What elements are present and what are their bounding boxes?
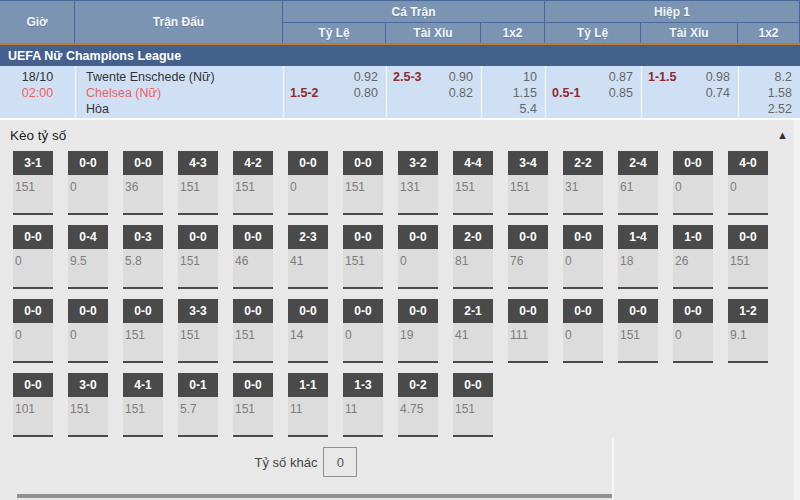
- score-grid: 3-11510-000-0364-31514-21510-000-01513-2…: [0, 150, 800, 437]
- score-cell[interactable]: 0-0151: [618, 299, 658, 363]
- score-cell[interactable]: 0-00: [563, 299, 603, 363]
- score-cell[interactable]: 4-3151: [178, 151, 218, 215]
- score-cell[interactable]: 4-4151: [453, 151, 493, 215]
- score-cell[interactable]: 1-29.1: [728, 299, 768, 363]
- score-cell[interactable]: 0-0111: [508, 299, 548, 363]
- score-cell[interactable]: 3-1151: [13, 151, 53, 215]
- score-cell[interactable]: 2-461: [618, 151, 658, 215]
- score-cell[interactable]: 0-00: [68, 151, 108, 215]
- half-1x2-draw[interactable]: 2.52: [739, 101, 792, 117]
- score-cell[interactable]: 0-00: [398, 225, 438, 289]
- score-cell[interactable]: 0-00: [13, 225, 53, 289]
- score-odds-value: 9.5: [68, 249, 108, 268]
- score-cell[interactable]: 3-4151: [508, 151, 548, 215]
- full-1x2-home[interactable]: 10: [482, 69, 537, 85]
- full-handicap-line: 1.5-2: [290, 85, 319, 101]
- score-cell[interactable]: 3-0151: [68, 373, 108, 437]
- half-overunder-cell[interactable]: 1-1.50.98 0.74: [641, 66, 738, 118]
- full-handicap-home-odds[interactable]: 0.92: [354, 69, 378, 85]
- horizontal-scrollbar[interactable]: [17, 494, 612, 498]
- score-cell[interactable]: 3-2131: [398, 151, 438, 215]
- full-1x2-draw[interactable]: 5.4: [482, 101, 537, 117]
- correct-score-accordion-header[interactable]: Kèo tỷ số ▲: [0, 120, 800, 150]
- score-cell[interactable]: 0-0151: [728, 225, 768, 289]
- score-cell[interactable]: 0-0151: [343, 225, 383, 289]
- score-cell[interactable]: 0-046: [233, 225, 273, 289]
- score-odds-value: 14: [288, 323, 328, 342]
- score-cell[interactable]: 2-141: [453, 299, 493, 363]
- score-odds-value: 5.8: [123, 249, 163, 268]
- half-1x2-cell[interactable]: 8.2 1.58 2.52: [738, 66, 800, 118]
- full-1x2-cell[interactable]: 10 1.15 5.4: [481, 66, 545, 118]
- score-odds-value: 0: [563, 323, 603, 342]
- full-handicap-cell[interactable]: 0.92 1.5-20.80: [283, 66, 386, 118]
- full-1x2-away[interactable]: 1.15: [482, 85, 537, 101]
- score-label: 0-0: [398, 299, 438, 323]
- score-cell[interactable]: 3-3151: [178, 299, 218, 363]
- score-odds-value: 76: [508, 249, 548, 268]
- half-handicap-cell[interactable]: 0.87 0.5-10.85: [545, 66, 641, 118]
- score-cell[interactable]: 0-036: [123, 151, 163, 215]
- full-overunder-cell[interactable]: 2.5-30.90 0.82: [386, 66, 481, 118]
- full-handicap-away-odds[interactable]: 0.80: [354, 85, 378, 101]
- score-label: 0-0: [618, 299, 658, 323]
- score-cell[interactable]: 0-00: [563, 225, 603, 289]
- match-time: 02:00: [0, 85, 75, 101]
- score-cell[interactable]: 0-0151: [343, 151, 383, 215]
- score-cell[interactable]: 0-076: [508, 225, 548, 289]
- score-odds-value: 0: [68, 323, 108, 342]
- score-cell[interactable]: 2-231: [563, 151, 603, 215]
- match-date: 18/10: [0, 69, 75, 85]
- vertical-scrollbar-track[interactable]: [794, 120, 800, 500]
- other-score-label: Tỷ số khác: [255, 455, 318, 470]
- section-divider: [612, 437, 614, 500]
- half-handicap-away-odds[interactable]: 0.85: [609, 85, 633, 101]
- score-cell[interactable]: 0-0101: [13, 373, 53, 437]
- score-cell[interactable]: 0-00: [673, 151, 713, 215]
- score-cell[interactable]: 1-111: [288, 373, 328, 437]
- score-odds-value: 0: [343, 323, 383, 342]
- score-cell[interactable]: 0-35.8: [123, 225, 163, 289]
- score-cell[interactable]: 4-1151: [123, 373, 163, 437]
- score-odds-value: 19: [398, 323, 438, 342]
- score-label: 0-0: [233, 299, 273, 323]
- score-cell[interactable]: 4-2151: [233, 151, 273, 215]
- score-cell[interactable]: 0-0151: [178, 225, 218, 289]
- other-score-box[interactable]: 0: [323, 447, 357, 477]
- score-label: 0-0: [68, 151, 108, 175]
- half-over-odds[interactable]: 0.98: [706, 69, 730, 85]
- score-cell[interactable]: 0-0151: [233, 299, 273, 363]
- score-cell[interactable]: 0-15.7: [178, 373, 218, 437]
- score-cell[interactable]: 2-081: [453, 225, 493, 289]
- score-cell[interactable]: 4-00: [728, 151, 768, 215]
- score-label: 0-0: [123, 299, 163, 323]
- half-1x2-away[interactable]: 1.58: [739, 85, 792, 101]
- full-under-odds[interactable]: 0.82: [449, 85, 473, 101]
- score-cell[interactable]: 0-24.75: [398, 373, 438, 437]
- score-cell[interactable]: 0-00: [673, 299, 713, 363]
- score-cell[interactable]: 0-00: [68, 299, 108, 363]
- half-under-odds[interactable]: 0.74: [706, 85, 730, 101]
- score-cell[interactable]: 1-311: [343, 373, 383, 437]
- score-label: 4-0: [728, 151, 768, 175]
- score-cell[interactable]: 0-00: [343, 299, 383, 363]
- score-cell[interactable]: 0-019: [398, 299, 438, 363]
- score-label: 0-0: [68, 299, 108, 323]
- half-handicap-home-odds[interactable]: 0.87: [609, 69, 633, 85]
- score-cell[interactable]: 1-418: [618, 225, 658, 289]
- score-odds-value: 0: [728, 175, 768, 194]
- half-1x2-home[interactable]: 8.2: [739, 69, 792, 85]
- score-cell[interactable]: 0-0151: [233, 373, 273, 437]
- subheader-half-overunder: Tài Xỉu: [641, 23, 737, 43]
- score-label: 0-4: [68, 225, 108, 249]
- score-cell[interactable]: 0-0151: [453, 373, 493, 437]
- column-header-time: Giờ: [0, 1, 74, 43]
- score-cell[interactable]: 0-49.5: [68, 225, 108, 289]
- score-cell[interactable]: 2-341: [288, 225, 328, 289]
- score-cell[interactable]: 1-026: [673, 225, 713, 289]
- full-over-odds[interactable]: 0.90: [449, 69, 473, 85]
- score-cell[interactable]: 0-00: [13, 299, 53, 363]
- score-cell[interactable]: 0-00: [288, 151, 328, 215]
- score-cell[interactable]: 0-0151: [123, 299, 163, 363]
- score-cell[interactable]: 0-014: [288, 299, 328, 363]
